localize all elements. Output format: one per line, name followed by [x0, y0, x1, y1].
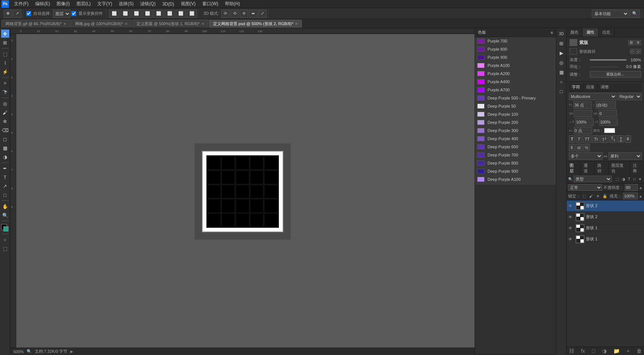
- filter-type-select[interactable]: 类型: [574, 176, 612, 182]
- tab-properties[interactable]: 属性: [583, 28, 599, 37]
- gradient-icon[interactable]: ▦: [557, 68, 566, 76]
- filter-smart-btn[interactable]: ✦: [637, 177, 643, 182]
- eraser-tool[interactable]: ◻: [1, 135, 9, 143]
- menu-window[interactable]: 窗口(W): [199, 0, 221, 8]
- history-brush-tool[interactable]: ⌫: [1, 126, 9, 134]
- tab-character[interactable]: 字符: [569, 83, 583, 91]
- clone-stamp-tool[interactable]: ✲: [1, 117, 9, 125]
- tab-layers[interactable]: 图层: [567, 162, 581, 175]
- type-tool[interactable]: T: [1, 173, 9, 181]
- auto-select-dropdown[interactable]: 图层: [53, 10, 71, 18]
- canvas-content[interactable]: [16, 34, 469, 349]
- frac-btn[interactable]: ½: [583, 144, 590, 151]
- swatch-item-7[interactable]: Deep Purple 500 - Primary: [475, 94, 556, 102]
- eyedropper-tool[interactable]: 🔭: [1, 88, 9, 96]
- adjust-btn[interactable]: 紫版边框...: [590, 71, 641, 78]
- aa-mode-select[interactable]: 多个: [569, 152, 603, 160]
- aa-type-select[interactable]: 犀利: [608, 152, 642, 160]
- layer-visibility-2[interactable]: 👁: [568, 226, 574, 231]
- filter-pixel-btn[interactable]: ⬚: [614, 177, 620, 182]
- dodge-tool[interactable]: ◑: [1, 153, 9, 161]
- swatch-item-8[interactable]: Deep Purple 50: [475, 102, 556, 110]
- small-caps-btn[interactable]: Tt: [592, 135, 600, 143]
- shape-tool[interactable]: □: [1, 191, 9, 199]
- swatches-header[interactable]: 色板 ≡: [475, 28, 556, 37]
- 3d-scale-btn[interactable]: ⤢: [258, 10, 267, 18]
- tab-0[interactable]: 网格背景.gif @ 66.7%(RGB/8)* ✕: [1, 20, 70, 28]
- pen-tool[interactable]: ✒: [1, 164, 9, 172]
- swatch-item-12[interactable]: Deep Purple 400: [475, 135, 556, 143]
- filter-adj-btn[interactable]: ◑: [621, 177, 626, 182]
- layer-visibility-0[interactable]: 👁: [568, 203, 574, 209]
- tab-channels[interactable]: 通道: [581, 162, 595, 175]
- leading-input[interactable]: [596, 101, 616, 109]
- tab-layer-comps[interactable]: 图层复合: [608, 162, 630, 175]
- layer-visibility-1[interactable]: 👁: [568, 214, 574, 220]
- crop-tool[interactable]: ⌗: [1, 79, 9, 87]
- spot-heal-tool[interactable]: ◎: [1, 99, 9, 108]
- layer-item-1[interactable]: 👁 形状 2: [567, 212, 644, 223]
- strikethrough-btn[interactable]: T: [625, 135, 631, 143]
- marquee-tool[interactable]: ⬚: [1, 50, 9, 58]
- align-right-btn[interactable]: ⬜: [131, 10, 142, 18]
- lock-paint-btn[interactable]: 🖌: [588, 194, 594, 199]
- artboard-tool[interactable]: ⊞: [1, 38, 9, 47]
- background-color[interactable]: [3, 226, 9, 231]
- delete-layer-btn[interactable]: 🗑: [637, 348, 642, 354]
- tracking-input[interactable]: [574, 110, 592, 117]
- distribute-v-btn[interactable]: ⬜: [187, 10, 197, 18]
- menu-type[interactable]: 文字(Y): [94, 0, 115, 8]
- kerning-input[interactable]: [599, 110, 617, 117]
- font-family-select[interactable]: Multicolore: [569, 93, 617, 100]
- mask-btn[interactable]: □: [630, 49, 635, 54]
- layer-item-0[interactable]: 👁 形状 2: [567, 200, 644, 212]
- brush-tool[interactable]: 🖌: [1, 108, 9, 116]
- 3d-icon[interactable]: 3D: [557, 30, 566, 38]
- tab-color[interactable]: 颜色: [567, 28, 583, 37]
- mask-layers-btn[interactable]: □: [592, 348, 595, 354]
- path-select-tool[interactable]: ↗: [1, 182, 9, 190]
- align-bottom-btn[interactable]: ⬜: [165, 10, 175, 18]
- underline-btn[interactable]: T: [618, 135, 624, 143]
- tab-2-close[interactable]: ✕: [201, 22, 204, 26]
- menu-view[interactable]: 视图(V): [178, 0, 199, 8]
- swatch-item-0[interactable]: Purple 700: [475, 37, 556, 45]
- vector-mask-btn[interactable]: ◇: [635, 49, 641, 54]
- swatches-menu-icon[interactable]: ≡: [551, 30, 553, 35]
- swatch-item-3[interactable]: Purple A100: [475, 61, 556, 70]
- swatch-list[interactable]: Purple 700 Purple 800 Purple 900 Purple …: [475, 37, 556, 185]
- swatch-item-18[interactable]: Deep Purple A200: [475, 183, 556, 185]
- feather-slider[interactable]: [590, 66, 619, 68]
- filter-type-btn[interactable]: T: [627, 177, 631, 182]
- align-center-btn[interactable]: ⬜: [120, 10, 131, 18]
- tab-notes[interactable]: 注释: [630, 162, 644, 175]
- swatch-item-11[interactable]: Deep Purple 300: [475, 126, 556, 135]
- menu-layer[interactable]: 图层(L): [74, 0, 94, 8]
- target-icon[interactable]: ◎: [557, 58, 566, 67]
- layer-settings-btn[interactable]: ⚙: [635, 40, 641, 45]
- hand-tool[interactable]: ✋: [1, 202, 9, 210]
- adj-layers-btn[interactable]: ◑: [602, 348, 607, 354]
- italic-btn[interactable]: T: [576, 135, 582, 143]
- group-layers-btn[interactable]: 📁: [613, 348, 620, 354]
- select-tool-btn[interactable]: ↗: [13, 10, 21, 18]
- zoom-tool[interactable]: 🔍: [1, 211, 9, 219]
- quick-select-tool[interactable]: ⚡: [1, 68, 9, 76]
- canvas-area[interactable]: 0 10 20 30 40 50 60 70 80 90 100 110 120…: [10, 28, 475, 355]
- text-color-preview[interactable]: [604, 128, 615, 133]
- 3d-roll-btn[interactable]: ⟲: [230, 10, 239, 18]
- align-middle-btn[interactable]: ⬜: [154, 10, 164, 18]
- swatch-item-1[interactable]: Purple 800: [475, 45, 556, 53]
- liga-btn[interactable]: fi: [569, 144, 575, 151]
- align-left-btn[interactable]: ⬜: [109, 10, 119, 18]
- tab-paths[interactable]: 路径: [594, 162, 608, 175]
- menu-select[interactable]: 选择(S): [116, 0, 136, 8]
- tab-1-close[interactable]: ✕: [125, 22, 128, 26]
- scale-v-input[interactable]: [599, 118, 618, 126]
- layer-item-2[interactable]: 👁 形状 1: [567, 223, 644, 234]
- ordinal-btn[interactable]: st: [576, 144, 583, 151]
- tab-0-close[interactable]: ✕: [63, 22, 66, 26]
- layer-item-3[interactable]: 👁 形状 1: [567, 234, 644, 245]
- bold-btn[interactable]: T: [569, 135, 575, 143]
- grid-icon[interactable]: ⊞: [557, 39, 566, 47]
